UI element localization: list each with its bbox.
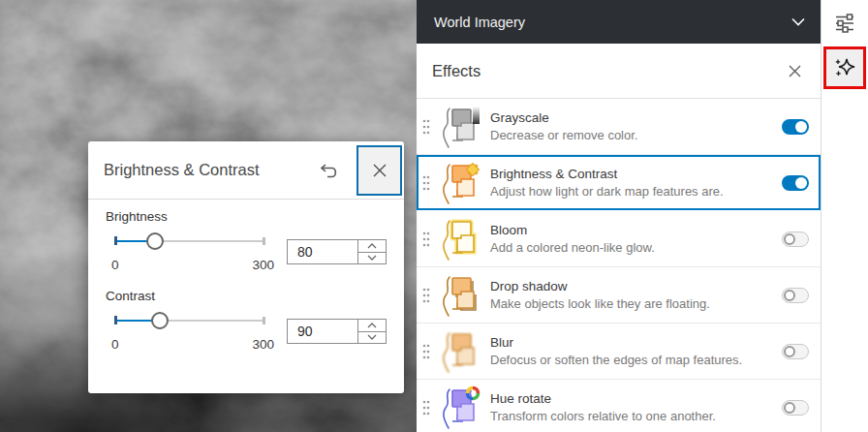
effects-close-button[interactable] [785,61,805,81]
drag-handle-icon[interactable] [422,399,432,417]
effect-row[interactable]: Blur Defocus or soften the edges of map … [417,324,821,380]
chevron-up-icon [367,243,377,249]
brightness-contrast-effect-icon [438,160,480,206]
toggle-knob [795,121,807,133]
contrast-input[interactable] [288,320,357,343]
drop-shadow-effect-icon [438,272,480,319]
effect-name: Blur [490,335,774,350]
effect-description: Transform colors relative to one another… [490,409,774,423]
effect-description: Decrease or remove color. [490,128,774,142]
basemap-title: World Imagery [434,15,791,30]
effects-panel-header: Effects [417,44,821,99]
close-x-icon [373,164,387,177]
effect-toggle[interactable] [782,175,809,191]
properties-button[interactable] [827,6,862,41]
spinner-up-button[interactable] [358,240,386,252]
effect-name: Bloom [490,223,774,237]
drag-handle-icon[interactable] [422,231,432,248]
effect-toggle[interactable] [782,231,809,247]
drag-handle-icon[interactable] [422,287,432,304]
effect-toggle[interactable] [782,288,809,303]
brightness-input[interactable] [288,240,357,263]
close-x-icon [789,65,801,77]
effect-toggle[interactable] [782,344,809,359]
effect-description: Adjust how light or dark map features ar… [490,184,774,199]
spinner-down-button[interactable] [358,331,386,344]
toggle-knob [784,402,795,414]
slider-max-tick [263,237,265,245]
spinner-up-button[interactable] [358,320,386,331]
dialog-header: Brightness & Contrast [88,141,404,200]
bloom-effect-icon [438,216,480,262]
sliders-icon [833,12,856,35]
effect-name: Drop shadow [490,279,774,293]
effects-list: Grayscale Decrease or remove color. [417,99,821,432]
blur-effect-icon [438,328,480,375]
effect-name: Grayscale [490,110,774,125]
effects-panel: World Imagery Effects [417,0,822,432]
effects-panel-title: Effects [432,62,785,80]
dialog-close-button[interactable] [356,145,402,196]
slider-min-tick [114,236,117,245]
grayscale-effect-icon [438,104,480,150]
dialog-title: Brightness & Contrast [104,161,260,179]
effect-toggle[interactable] [782,119,809,135]
effect-description: Make objects look like they are floating… [490,296,774,311]
toggle-knob [784,346,795,357]
chevron-down-icon [791,17,805,26]
contrast-label: Contrast [106,289,387,303]
brightness-number-box [287,239,387,264]
slider-min-label: 0 [111,337,119,352]
slider-max-label: 300 [252,258,274,272]
slider-scale: 0 300 [111,258,274,272]
contrast-slider[interactable] [115,308,264,333]
effect-row[interactable]: Brightness & Contrast Adjust how light o… [417,155,821,211]
toggle-knob [795,177,807,189]
contrast-control: Contrast 0 300 [106,289,387,352]
app-window: World Imagery Effects [0,0,868,432]
sparkles-icon [832,55,857,80]
effect-toggle[interactable] [782,400,809,416]
effects-button[interactable] [823,46,866,89]
toggle-knob [784,233,795,245]
slider-handle[interactable] [151,312,169,329]
hue-rotate-effect-icon [438,385,480,431]
drag-handle-icon[interactable] [422,174,432,192]
effect-row[interactable]: Bloom Add a colored neon-like glow. [417,211,821,267]
effect-name: Hue rotate [490,391,774,406]
reset-button[interactable] [313,155,344,186]
effect-row[interactable]: Grayscale Decrease or remove color. [417,99,821,155]
drag-handle-icon[interactable] [422,343,432,360]
brightness-slider[interactable] [115,229,264,254]
chevron-down-icon [367,255,377,261]
undo-icon [320,164,337,178]
effect-row[interactable]: Hue rotate Transform colors relative to … [417,380,821,432]
slider-handle[interactable] [146,232,164,250]
brightness-contrast-dialog: Brightness & Contrast Brightness [88,141,404,393]
number-spinner [357,240,386,263]
effect-description: Defocus or soften the edges of map featu… [490,353,774,367]
number-spinner [357,320,386,343]
contrast-number-box [287,319,387,344]
effect-name: Brightness & Contrast [490,167,774,181]
toggle-knob [784,290,795,301]
basemap-header[interactable]: World Imagery [417,0,821,44]
effect-row[interactable]: Drop shadow Make objects look like they … [417,267,821,324]
slider-min-label: 0 [111,258,119,272]
drag-handle-icon[interactable] [422,118,432,136]
slider-max-tick [263,317,265,324]
chevron-down-icon [367,334,377,340]
spinner-down-button[interactable] [358,252,386,264]
brightness-label: Brightness [106,209,387,224]
chevron-up-icon [367,323,377,328]
slider-scale: 0 300 [111,337,274,352]
brightness-control: Brightness 0 300 [106,209,387,272]
effect-description: Add a colored neon-like glow. [490,240,774,255]
map-toolbar [822,0,868,432]
slider-max-label: 300 [252,337,274,352]
slider-min-tick [114,316,117,324]
